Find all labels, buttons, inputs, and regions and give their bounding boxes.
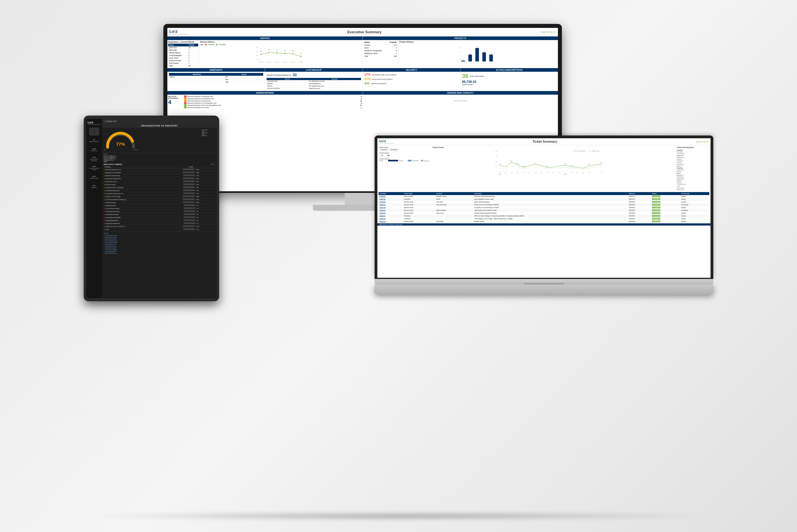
svg-rect-34: [489, 55, 493, 61]
ticket-opened: 06/31/22: [628, 195, 651, 198]
ad-icon: AD: [93, 139, 95, 140]
employees-table: Name Tickets Jane Doe19Jeff Smith7Marnie…: [168, 44, 198, 67]
ticket-summary: Host hardware sensor state: [473, 198, 628, 201]
ticket-no[interactable]: 3668358: [379, 198, 403, 201]
svg-text:77%: 77%: [116, 142, 125, 147]
classify-item: Account Ma...: [677, 187, 708, 189]
ticket-no[interactable]: 3668318: [379, 204, 403, 206]
ticket-row: 3668520 Service Desk Marnie Wilson Can't…: [379, 209, 709, 212]
ticket-no[interactable]: 3668133: [379, 220, 403, 223]
ticket-opened: 06/29/22: [628, 204, 651, 206]
sidebar-item-home[interactable]: ⌂: [89, 128, 99, 135]
svg-text:Jan: Jan: [565, 172, 566, 173]
eol-count: 8: [361, 102, 362, 104]
server-disk-content: Server Disk Data: [363, 95, 558, 107]
project-row: Ready for Assignment2: [364, 49, 398, 52]
company-health: 100%: [167, 195, 215, 198]
health-expand-icon[interactable]: ⤢: [214, 164, 215, 165]
ticket-no[interactable]: 3668095: [379, 195, 403, 198]
ticket-contact: [435, 217, 473, 220]
company-health: 0%: [167, 204, 215, 207]
reactive-dot: [205, 44, 207, 45]
health-row: ● ceramicartsceramic 75%: [103, 189, 215, 192]
gauge-panel: 77% 0% 100%: [102, 128, 201, 152]
svg-text:Nov: Nov: [553, 172, 554, 173]
ticket-opened: 06/29/22: [628, 214, 651, 217]
project-status-panel: Status Projects Closed170Open7Ready for …: [363, 40, 399, 64]
health-row: ● Daring Design 100%: [103, 201, 215, 204]
sidebar-label-vmware: VMware ESXi: [90, 177, 98, 179]
ticket-row: 3668133 Service Desk Jeff Smith Brother …: [379, 220, 709, 223]
right-panel-item-1: The Plea...: [202, 129, 216, 131]
servers-backed-label: Number of Servers Backed Up:: [267, 74, 291, 76]
bottom-row: WORKSTATIONS End of Life Workstations 4 …: [167, 91, 558, 109]
svg-text:2022: 2022: [490, 61, 492, 62]
ticket-no[interactable]: 3668407: [379, 214, 403, 217]
right-panel-item-5: Select E...: [202, 135, 216, 136]
svg-text:400: 400: [495, 151, 497, 152]
system-label: System: [103, 232, 215, 234]
ticket-no[interactable]: 3668596: [379, 201, 403, 204]
employees-panel: Employees - Current Month Name Tickets: [167, 40, 199, 68]
refresh-bar: Refreshed on 7/22/2022 11:05:22 AM: [377, 223, 710, 226]
date-to-input[interactable]: 6/30/2022: [389, 148, 398, 151]
sidebar-item-dns[interactable]: DNS Internet Domain / DNS: [89, 164, 99, 172]
svg-text:40: 40: [460, 55, 461, 56]
ticket-no[interactable]: 3668520: [379, 209, 403, 212]
company-name: ● crudeinprovised0480: [103, 216, 167, 219]
sidebar-label-azure: Azure Active Directory: [89, 158, 99, 162]
svg-text:200: 200: [565, 164, 567, 165]
ticket-no[interactable]: 3668436: [379, 217, 403, 220]
backup-count-row: Number of Servers Backed Up: 33: [267, 73, 361, 77]
project-count: 2: [387, 49, 398, 52]
health-row: ● daydreamsync 0%: [103, 204, 215, 207]
service-history-panel: Service History Type Reactive Proactive: [199, 40, 363, 68]
ticket-opened: 06/29/22: [628, 209, 651, 212]
server-domain: eyeseebtetter.int: [308, 82, 361, 85]
ticket-summary: Can't delete old OneDrive folder: [473, 209, 628, 212]
sidebar-item-active-directory[interactable]: AD Active Directory: [89, 137, 99, 145]
ticket-type: Proactive: [403, 214, 436, 217]
project-status-table: Status Projects Closed170Open7Ready for …: [364, 41, 398, 58]
sidebar-item-office365[interactable]: O365 Office 365: [89, 146, 99, 154]
ticket-no[interactable]: 3668336: [379, 206, 403, 209]
project-status-name: Closed: [364, 44, 387, 46]
company-health: 50%: [167, 180, 215, 183]
scene: Lutz MAKE WHAT MATTERS Executive Summary…: [0, 0, 797, 532]
ticket-row: 3668358 Proactive Alerts Host hardware s…: [379, 198, 709, 201]
ticket-type: Service Desk: [403, 212, 436, 214]
sidebar-item-windows[interactable]: Win Windows: [89, 183, 99, 190]
svg-text:187: 187: [589, 164, 590, 165]
endpoint-machine-2: [169, 78, 225, 81]
status-completed-badge: Completed: [652, 195, 660, 197]
eol-item: Microsoft Windows 10 Pro Education x648: [184, 102, 362, 104]
ticket-no[interactable]: 3668485: [379, 212, 403, 214]
ticket-opened: 06/29/22: [628, 220, 651, 223]
tablet-section-title: ORGANIZATION VS INDUSTRY: [102, 124, 217, 128]
projects-inner: Status Projects Closed170Open7Ready for …: [363, 40, 558, 64]
sidebar-item-vmware[interactable]: ESXi VMware ESXi: [89, 173, 99, 181]
svg-point-9: [268, 52, 270, 53]
ticket-contact: John Mussom...: [435, 204, 473, 206]
date-from-input[interactable]: 2/10/2021: [379, 148, 388, 151]
classify-item: Security: [677, 162, 708, 164]
classify-list: CategoryEscalatedAccount Ma...Applicatio…: [677, 149, 708, 191]
ticket-status: Completed: [651, 217, 680, 220]
metric-val-total: Total: [103, 161, 215, 162]
gauge-min-label: 0%: [103, 149, 106, 151]
company-health: 100%: [167, 168, 215, 171]
sidebar-item-azure[interactable]: AAD Azure Active Directory: [89, 155, 99, 163]
ticket-status-select[interactable]: All Open Closed: [379, 154, 390, 157]
company-filter[interactable]: Company = ALL: [104, 120, 118, 122]
health-col-header: Health: [167, 166, 215, 168]
tablet-logo: Lutz MAKE WHAT MATTERS: [88, 121, 100, 125]
health-filter-icon[interactable]: ⚙: [211, 164, 213, 165]
ticket-summary: UPS: Bypass not in range : either freque…: [473, 217, 628, 220]
domain-item: ○ daringdesign5875: [103, 251, 215, 252]
company-name: ● craftsinthecloud05: [103, 213, 167, 216]
company-health: 0%: [167, 216, 215, 219]
classify-item: Billing: [677, 173, 708, 174]
ticket-contact: [435, 214, 473, 217]
antivirus-count: 450: [364, 82, 370, 85]
classify-item: Labtech: [677, 180, 708, 182]
